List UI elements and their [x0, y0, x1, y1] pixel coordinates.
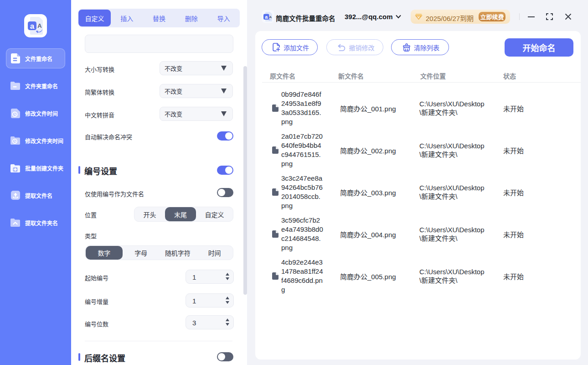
svg-text:A: A [269, 15, 272, 19]
svg-text:V: V [418, 15, 420, 19]
svg-text:a: a [30, 22, 35, 31]
svg-text:A: A [37, 22, 42, 29]
svg-text:a: a [265, 14, 268, 19]
